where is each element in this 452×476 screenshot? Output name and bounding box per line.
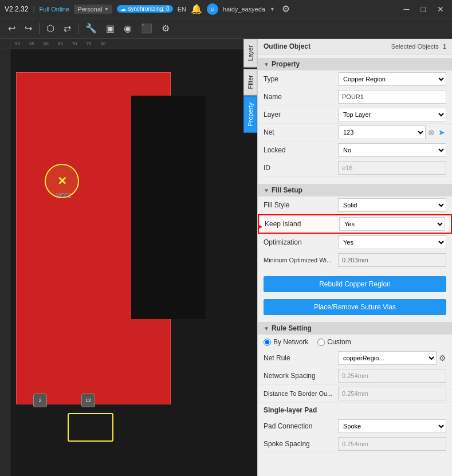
selected-objects-info: Selected Objects 1 bbox=[391, 43, 446, 50]
ruler-mark-80: 80 bbox=[96, 41, 110, 46]
toolbar-sep-1 bbox=[39, 23, 40, 34]
property-section-header[interactable]: ▼ Property bbox=[258, 58, 452, 70]
by-network-radio-label[interactable]: By Network bbox=[264, 338, 308, 346]
mode-label: Full Online bbox=[40, 6, 70, 13]
optimization-select[interactable]: Yes No bbox=[338, 235, 446, 249]
via-button[interactable]: ◉ bbox=[120, 21, 135, 36]
rule-setting-label: Rule Setting bbox=[272, 324, 312, 332]
rule-setting-header[interactable]: ▼ Rule Setting bbox=[258, 322, 452, 335]
fill-style-row: Fill Style Solid No Fill bbox=[258, 196, 452, 214]
layer-label: Layer bbox=[264, 111, 338, 119]
tab-filter[interactable]: Filter bbox=[243, 69, 257, 95]
pcb-canvas[interactable]: ✕ VCC1 2 12 bbox=[10, 49, 257, 476]
id-value bbox=[338, 161, 446, 175]
username-label[interactable]: haidy_easyeda bbox=[223, 6, 265, 13]
type-select[interactable]: Copper Region bbox=[338, 72, 446, 86]
close-button[interactable]: ✕ bbox=[434, 3, 447, 15]
fill-setup-header[interactable]: ▼ Fill Setup bbox=[258, 184, 452, 196]
network-spacing-value bbox=[338, 369, 446, 383]
yellow-outline bbox=[68, 413, 113, 442]
account-badge[interactable]: Personal ▼ bbox=[74, 5, 112, 14]
select-button[interactable]: ⬡ bbox=[43, 21, 58, 36]
component-2[interactable]: 2 bbox=[33, 394, 47, 407]
net-rule-row: Net Rule copperRegio... ⚙ bbox=[258, 349, 452, 367]
settings-button-toolbar[interactable]: ⚙ bbox=[158, 21, 173, 36]
spoke-spacing-input bbox=[338, 437, 446, 451]
optimization-value[interactable]: Yes No bbox=[338, 235, 446, 249]
locked-select[interactable]: No Yes bbox=[338, 143, 446, 157]
net-controls: 123 ⊗ ➤ bbox=[338, 125, 446, 139]
right-panel: Outline Object Selected Objects 1 ▼ Prop… bbox=[257, 39, 452, 476]
net-select[interactable]: 123 bbox=[338, 125, 426, 139]
sync-badge[interactable]: ☁ synchronizing: 0 bbox=[117, 5, 172, 13]
pcb-dark-region bbox=[131, 96, 206, 319]
net-rule-controls: copperRegio... ⚙ bbox=[338, 351, 446, 365]
keep-island-row: Keep Island Yes No bbox=[258, 214, 452, 234]
rule-setting-section: ▼ Rule Setting By Network Custom Net Rul… bbox=[258, 318, 452, 457]
rebuild-button[interactable]: Rebuild Copper Region bbox=[264, 276, 446, 292]
red-arrow-annotation bbox=[257, 221, 265, 233]
account-label: Personal bbox=[77, 6, 102, 13]
bottom-components: 2 12 bbox=[33, 394, 95, 407]
network-spacing-row: Network Spacing bbox=[258, 367, 452, 385]
pad-connection-select[interactable]: Spoke Direct bbox=[338, 419, 446, 433]
net-rule-label: Net Rule bbox=[264, 354, 338, 362]
pad-connection-value[interactable]: Spoke Direct bbox=[338, 419, 446, 433]
locked-value[interactable]: No Yes bbox=[338, 143, 446, 157]
maximize-button[interactable]: □ bbox=[418, 3, 429, 15]
min-optimized-row: Mininum Optimized Wi... bbox=[258, 251, 452, 269]
net-goto-button[interactable]: ➤ bbox=[437, 128, 446, 137]
component-12[interactable]: 12 bbox=[81, 394, 95, 407]
layer-value[interactable]: Top Layer Bottom Layer bbox=[338, 108, 446, 121]
property-section: ▼ Property Type Copper Region Name bbox=[258, 54, 452, 180]
type-value[interactable]: Copper Region bbox=[338, 72, 446, 86]
toolbar-sep-2 bbox=[78, 23, 78, 34]
undo-button[interactable]: ↩ bbox=[5, 21, 19, 36]
keep-island-select[interactable]: Yes No bbox=[339, 217, 445, 231]
fill-style-value[interactable]: Solid No Fill bbox=[338, 198, 446, 212]
locked-row: Locked No Yes bbox=[258, 141, 452, 159]
ruler-vertical bbox=[0, 49, 10, 476]
by-network-label: By Network bbox=[273, 338, 308, 346]
by-network-radio[interactable] bbox=[264, 339, 271, 346]
titlebar: V2.2.32 | Full Online Personal ▼ ☁ synch… bbox=[0, 0, 452, 18]
layer-select[interactable]: Top Layer Bottom Layer bbox=[338, 108, 446, 121]
component-button[interactable]: 🔧 bbox=[82, 21, 100, 36]
custom-radio-label[interactable]: Custom bbox=[317, 338, 351, 346]
tab-property[interactable]: Property bbox=[243, 96, 257, 133]
distance-border-row: Distance To Border Ou... bbox=[258, 385, 452, 403]
board-button[interactable]: ▣ bbox=[103, 21, 118, 36]
user-avatar: U bbox=[207, 3, 218, 15]
settings-icon[interactable]: ⚙ bbox=[282, 3, 290, 14]
net-clear-button[interactable]: ⊗ bbox=[427, 128, 436, 137]
minimize-button[interactable]: ─ bbox=[400, 3, 413, 15]
flip-button[interactable]: ⇄ bbox=[60, 21, 74, 36]
net-rule-value: copperRegio... ⚙ bbox=[338, 351, 446, 365]
tab-layer[interactable]: Layer bbox=[243, 39, 257, 68]
component-label: VCC1 bbox=[56, 192, 72, 199]
ruler-corner bbox=[0, 39, 10, 49]
custom-radio[interactable] bbox=[317, 339, 325, 346]
layer-row: Layer Top Layer Bottom Layer bbox=[258, 106, 452, 124]
name-value[interactable] bbox=[338, 90, 446, 104]
side-tabs-container: Layer Filter Property bbox=[243, 39, 257, 476]
outline-object-label: Outline Object bbox=[264, 42, 310, 50]
name-row: Name bbox=[258, 88, 452, 106]
canvas-area[interactable]: 50 55 60 65 70 75 80 ✕ VCC1 2 bbox=[0, 39, 257, 476]
property-arrow-icon: ▼ bbox=[264, 61, 269, 68]
notification-icon[interactable]: 🔔 bbox=[191, 3, 202, 14]
net-rule-gear-button[interactable]: ⚙ bbox=[439, 353, 446, 363]
version-label: V2.2.32 bbox=[5, 5, 28, 13]
id-row: ID bbox=[258, 159, 452, 177]
keep-island-value[interactable]: Yes No bbox=[339, 217, 445, 231]
fill-style-select[interactable]: Solid No Fill bbox=[338, 198, 446, 212]
name-input[interactable] bbox=[338, 90, 446, 104]
copper-button[interactable]: ⬛ bbox=[137, 21, 156, 36]
lang-label[interactable]: EN bbox=[178, 6, 186, 13]
network-spacing-input bbox=[338, 369, 446, 383]
redo-button[interactable]: ↪ bbox=[21, 21, 36, 36]
net-label: Net bbox=[264, 128, 338, 136]
net-rule-select[interactable]: copperRegio... bbox=[338, 351, 437, 365]
place-remove-button[interactable]: Place/Remove Suture Vias bbox=[264, 299, 446, 315]
network-spacing-label: Network Spacing bbox=[264, 372, 338, 380]
